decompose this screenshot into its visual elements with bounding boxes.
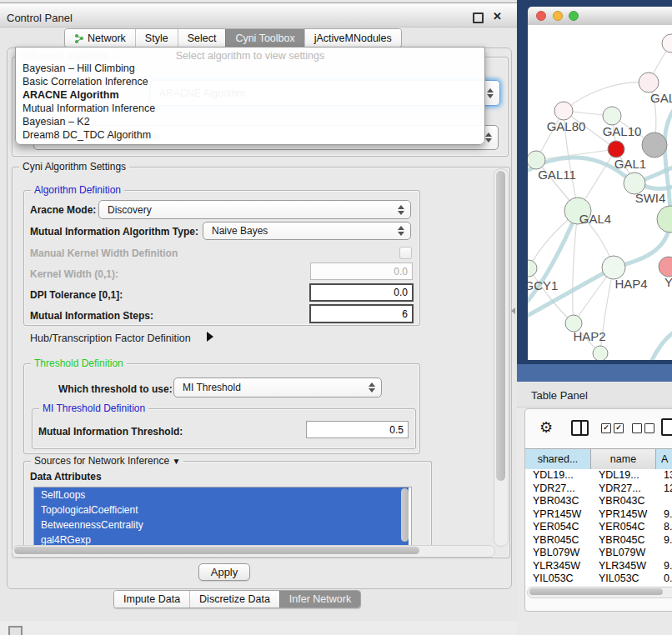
settings-vscrollbar-track[interactable] xyxy=(494,168,509,547)
mi-threshold-group-title: MI Threshold Definition xyxy=(39,402,148,414)
aracne-mode-combo[interactable]: Discovery xyxy=(98,200,411,219)
node-label: GAL4 xyxy=(579,212,611,226)
dropdown-placeholder: Select algorithm to view settings xyxy=(16,50,484,62)
control-panel-titlebar: Control Panel ✕ xyxy=(0,2,517,28)
attribute-item[interactable]: SelfLoops xyxy=(34,488,409,502)
dpi-tolerance-label: DPI Tolerance [0,1]: xyxy=(30,289,123,301)
close-window-icon[interactable] xyxy=(537,12,546,21)
close-icon[interactable]: ✕ xyxy=(493,10,502,22)
table-toolbar: ⚙ ✓ ✓ xyxy=(525,409,672,448)
node-bottom[interactable] xyxy=(593,346,608,360)
minimize-window-icon[interactable] xyxy=(554,12,563,21)
tab-network[interactable]: Network xyxy=(65,29,135,47)
top-tab-bar: Network Style Select Cyni Toolbox jActiv… xyxy=(64,28,402,48)
tab-discretize-data[interactable]: Discretize Data xyxy=(189,591,279,608)
select-all-check-icon[interactable]: ✓ xyxy=(601,423,611,433)
table-body: YDL19...YDL19...13 YDR27...YDR27...12 YB… xyxy=(525,469,672,586)
kernel-width-label: Kernel Width (0,1): xyxy=(30,268,118,280)
mi-type-combo[interactable]: Naive Bayes xyxy=(203,222,411,240)
node-label: SWI4 xyxy=(635,191,666,205)
table-row[interactable]: YBL079WYBL079W xyxy=(525,547,672,560)
kernel-width-input[interactable] xyxy=(310,262,413,280)
node-gcy1[interactable] xyxy=(528,260,537,277)
unselect-all-icon[interactable] xyxy=(644,423,654,433)
mi-threshold-input[interactable] xyxy=(306,421,409,438)
table-row[interactable]: YIL053CYIL053C0. xyxy=(525,572,672,586)
tab-network-label: Network xyxy=(88,32,126,44)
node-label: HAP4 xyxy=(614,277,647,291)
splitter-collapse-icon[interactable] xyxy=(511,308,515,314)
node-label: GAL1 xyxy=(614,157,646,171)
table-row[interactable]: YBR045CYBR045C9. xyxy=(525,534,672,548)
columns-icon[interactable] xyxy=(571,420,589,436)
table-panel: Table Panel ⚙ ✓ ✓ shared... name A YDL19… xyxy=(517,382,672,635)
node-gal10[interactable] xyxy=(603,107,621,125)
node-gal1[interactable] xyxy=(608,141,624,158)
table-row[interactable]: YDR27...YDR27...12 xyxy=(525,482,672,496)
gear-icon[interactable]: ⚙ xyxy=(539,418,553,437)
node-label: Y xyxy=(664,275,672,289)
apply-button[interactable]: Apply xyxy=(198,563,250,581)
attribute-item[interactable]: TopologicalCoefficient xyxy=(34,502,409,518)
node-gal80[interactable] xyxy=(554,102,573,120)
dropdown-item[interactable]: Bayesian – K2 xyxy=(23,116,90,128)
dropdown-item[interactable]: Mutual Information Inference xyxy=(23,102,155,114)
node-partial-top[interactable] xyxy=(662,34,672,52)
hub-tf-label: Hub/Transcription Factor Definition xyxy=(30,332,191,344)
attribute-item[interactable]: BetweennessCentrality xyxy=(34,518,409,532)
tab-jactivemnodules[interactable]: jActiveMNodules xyxy=(304,29,401,47)
node-label: HAP2 xyxy=(573,329,605,343)
table-row[interactable]: YPR145WYPR145W9. xyxy=(525,508,672,522)
table-row[interactable]: YBR043CYBR043C xyxy=(525,495,672,508)
zoom-window-icon[interactable] xyxy=(569,12,579,21)
dropdown-item[interactable]: Dream8 DC_TDC Algorithm xyxy=(23,129,151,141)
bottom-tab-bar: Impute Data Discretize Data Infer Networ… xyxy=(113,590,361,608)
dropdown-item[interactable]: Bayesian – Hill Climbing xyxy=(23,62,135,74)
column-header-name[interactable]: name xyxy=(591,449,656,469)
network-window-titlebar[interactable] xyxy=(528,7,672,26)
which-threshold-combo[interactable]: MI Threshold xyxy=(173,378,382,398)
node-label: GAL80 xyxy=(547,119,586,133)
table-panel-titlebar: Table Panel xyxy=(517,382,672,408)
dropdown-item-selected[interactable]: ARACNE Algorithm xyxy=(23,89,119,101)
node-green-right[interactable] xyxy=(657,206,672,232)
hub-tf-section[interactable]: Hub/Transcription Factor Definition xyxy=(30,332,191,344)
column-header-shared-name[interactable]: shared... xyxy=(525,449,591,469)
dpi-tolerance-input[interactable] xyxy=(309,283,414,302)
manual-kernel-checkbox[interactable] xyxy=(399,247,412,259)
manual-kernel-label: Manual Kernel Width Definition xyxy=(30,248,178,259)
node-salmon[interactable] xyxy=(659,257,672,277)
minimized-panel-icon[interactable] xyxy=(8,626,23,635)
tab-infer-network[interactable]: Infer Network xyxy=(279,591,360,608)
settings-vscrollbar-thumb[interactable] xyxy=(496,171,505,481)
tab-select[interactable]: Select xyxy=(178,29,226,47)
mi-steps-input[interactable] xyxy=(309,304,414,323)
tab-cyni-toolbox[interactable]: Cyni Toolbox xyxy=(225,29,303,47)
column-header-third[interactable]: A xyxy=(656,449,672,469)
attributes-list-scrollbar[interactable] xyxy=(401,488,409,542)
table-row[interactable]: YER054CYER054C8. xyxy=(525,521,672,534)
settings-hscrollbar-track[interactable] xyxy=(12,545,495,558)
select-all-check-icon[interactable]: ✓ xyxy=(614,423,624,433)
table-hscrollbar-track[interactable] xyxy=(527,587,672,598)
combo-spinner-icon xyxy=(484,132,492,142)
tab-style[interactable]: Style xyxy=(135,29,178,47)
table-row[interactable]: YLR345WYLR345W9. xyxy=(525,560,672,573)
dropdown-item[interactable]: Basic Correlation Inference xyxy=(23,76,148,88)
expand-down-icon[interactable]: ▼ xyxy=(172,457,180,466)
node-gal2[interactable] xyxy=(639,72,659,92)
settings-hscrollbar-thumb[interactable] xyxy=(14,547,419,554)
which-threshold-label: Which threshold to use: xyxy=(58,383,173,395)
desktop-background xyxy=(517,364,672,382)
unselect-all-icon[interactable] xyxy=(632,423,642,433)
float-window-icon[interactable] xyxy=(473,12,484,23)
node-gray[interactable] xyxy=(642,132,667,158)
node-hap4[interactable] xyxy=(602,256,625,279)
export-table-icon[interactable] xyxy=(661,418,672,436)
node-gal11[interactable] xyxy=(528,151,545,169)
tab-impute-data[interactable]: Impute Data xyxy=(114,591,189,608)
table-row[interactable]: YDL19...YDL19...13 xyxy=(525,469,672,482)
table-hscrollbar-thumb[interactable] xyxy=(529,588,663,595)
collapse-right-icon[interactable] xyxy=(207,332,213,342)
network-canvas[interactable]: GAL GAL80 GAL10 GAL1 GAL11 SWI4 GAL4 GCY… xyxy=(528,25,672,360)
